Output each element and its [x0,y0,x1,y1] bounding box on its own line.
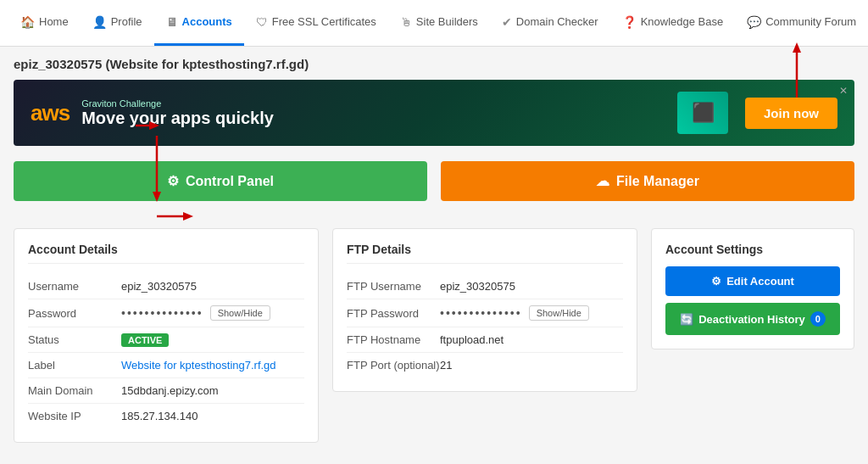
home-icon: 🏠 [20,15,35,29]
password-show-hide-button[interactable]: Show/Hide [210,305,270,321]
main-content: epiz_30320575 (Website for kptesthosting… [0,47,868,453]
ad-banner: ✕ aws Graviton Challenge Move your apps … [14,80,854,146]
password-dots: •••••••••••••• [121,306,203,320]
deactivation-history-button[interactable]: 🔄 Deactivation History 0 [665,303,840,335]
account-password-row: Password •••••••••••••• Show/Hide [28,299,304,327]
site-builders-icon: 🖱 [400,15,412,29]
ftp-password-show-hide-button[interactable]: Show/Hide [529,305,589,321]
shield-icon: 🛡 [256,15,268,29]
domain-icon: ✔ [502,15,512,29]
file-manager-button[interactable]: ☁ File Manager [441,161,854,201]
ftp-password-row: FTP Password •••••••••••••• Show/Hide [347,299,623,327]
label-link[interactable]: Website for kptesthosting7.rf.gd [121,359,276,372]
ftp-username-row: FTP Username epiz_30320575 [347,274,623,299]
ftp-port-row: FTP Port (optional) 21 [347,353,623,377]
main-nav: 🏠 Home 👤 Profile 🖥 Accounts 🛡 Free SSL C… [0,0,868,47]
content-grid: Account Details Username epiz_30320575 P… [14,228,854,443]
control-panel-button[interactable]: ⚙ Control Panel [14,161,427,201]
status-badge: ACTIVE [121,333,169,347]
ftp-hostname-row: FTP Hostname ftpupload.net [347,327,623,353]
deactivation-icon: 🔄 [680,313,693,326]
nav-community-forum[interactable]: 💬 Community Forum [735,0,868,46]
nav-site-builders[interactable]: 🖱 Site Builders [388,0,490,46]
nav-home[interactable]: 🏠 Home [8,0,81,46]
account-label-row: Label Website for kptesthosting7.rf.gd [28,353,304,378]
ftp-details-card: FTP Details FTP Username epiz_30320575 F… [332,228,637,392]
accounts-icon: 🖥 [166,15,178,29]
account-details-title: Account Details [28,243,304,264]
control-panel-icon: ⚙ [167,173,179,189]
join-now-button[interactable]: Join now [745,98,837,129]
ftp-hostname-value: ftpupload.net [440,333,623,346]
website-ip-value: 185.27.134.140 [121,410,304,422]
file-manager-icon: ☁ [596,173,609,189]
main-domain-value: 15dbdanj.epizy.com [121,384,304,397]
edit-account-icon: ⚙ [711,275,721,288]
nav-knowledge-base[interactable]: ❓ Knowledge Base [610,0,736,46]
nav-free-ssl[interactable]: 🛡 Free SSL Certificates [244,0,388,46]
password-field: •••••••••••••• Show/Hide [121,305,304,321]
account-ip-row: Website IP 185.27.134.140 [28,404,304,428]
deactivation-badge: 0 [810,311,826,327]
nav-accounts[interactable]: 🖥 Accounts [154,0,244,46]
ftp-details-title: FTP Details [347,243,623,264]
ftp-password-field: •••••••••••••• Show/Hide [440,305,623,321]
account-settings-card: Account Settings ⚙ Edit Account 🔄 Deacti… [651,228,854,349]
account-domain-row: Main Domain 15dbdanj.epizy.com [28,378,304,404]
knowledge-icon: ❓ [622,15,637,29]
action-buttons-row: ⚙ Control Panel ☁ File Manager [14,161,854,215]
profile-icon: 👤 [92,15,107,29]
community-icon: 💬 [747,15,761,29]
ad-close-button[interactable]: ✕ [839,85,848,97]
ftp-port-value: 21 [440,359,623,372]
account-details-card: Account Details Username epiz_30320575 P… [14,228,319,443]
nav-domain-checker[interactable]: ✔ Domain Checker [490,0,610,46]
ftp-username-value: epiz_30320575 [440,280,623,293]
page-title: epiz_30320575 (Website for kptesthosting… [14,57,854,71]
edit-account-button[interactable]: ⚙ Edit Account [665,266,840,296]
aws-logo: aws [31,100,70,126]
account-status-row: Status ACTIVE [28,327,304,353]
ftp-password-dots: •••••••••••••• [440,306,522,320]
username-value: epiz_30320575 [121,280,304,293]
account-settings-title: Account Settings [665,243,840,256]
account-username-row: Username epiz_30320575 [28,274,304,299]
nav-profile[interactable]: 👤 Profile [81,0,154,46]
chip-graphic: ⬛ [677,92,728,134]
